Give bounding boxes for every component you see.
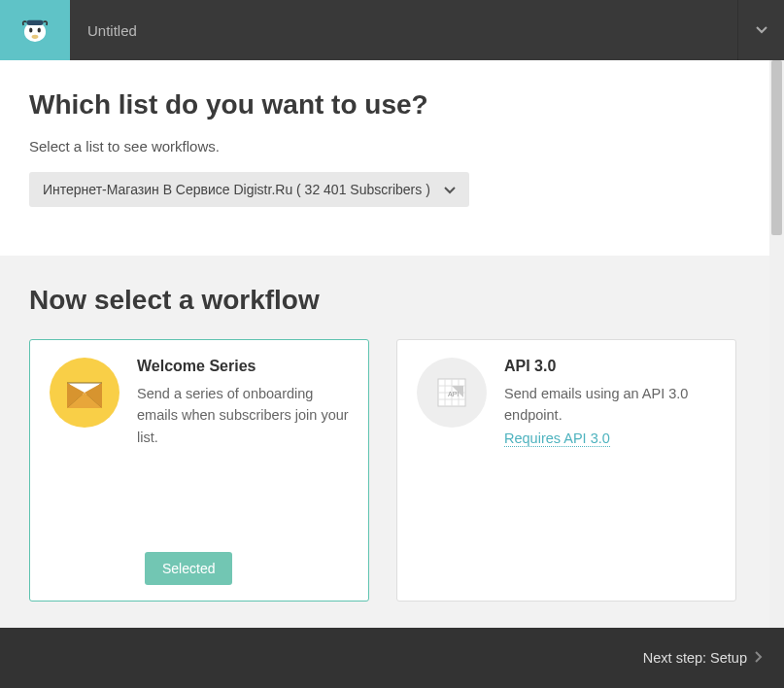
list-dropdown-label: Интернет-Магазин В Сервисе Digistr.Ru ( …: [43, 182, 430, 197]
mailchimp-icon: [18, 14, 51, 47]
next-step-button[interactable]: Next step: Setup: [643, 650, 763, 666]
card-title: API 3.0: [504, 358, 716, 375]
workflow-cards: Welcome Series Send a series of onboardi…: [29, 339, 755, 602]
page-subtext: Select a list to see workflows.: [29, 138, 755, 155]
scrollbar-thumb[interactable]: [771, 60, 782, 235]
svg-point-2: [38, 27, 41, 32]
card-title: Welcome Series: [137, 358, 349, 375]
svg-point-4: [32, 35, 39, 39]
workflow-card-welcome-series[interactable]: Welcome Series Send a series of onboardi…: [29, 339, 369, 602]
scrollbar-track[interactable]: [769, 60, 784, 630]
mailchimp-logo[interactable]: [0, 0, 70, 60]
page-heading: Which list do you want to use?: [29, 89, 755, 120]
list-dropdown[interactable]: Интернет-Магазин В Сервисе Digistr.Ru ( …: [29, 172, 469, 207]
workflow-heading: Now select a workflow: [29, 285, 755, 316]
svg-rect-3: [27, 20, 44, 25]
svg-text:API: API: [448, 391, 459, 397]
footer-bar: Next step: Setup: [0, 628, 784, 688]
requires-api-link[interactable]: Requires API 3.0: [504, 430, 610, 447]
chevron-down-icon: [756, 26, 767, 34]
svg-point-1: [29, 27, 32, 32]
chevron-right-icon: [755, 650, 763, 666]
card-description: Send a series of onboarding emails when …: [137, 383, 349, 448]
workflow-selection-section: Now select a workflow Welcome Series: [0, 256, 784, 631]
list-selection-section: Which list do you want to use? Select a …: [0, 60, 784, 256]
welcome-series-icon: [50, 358, 119, 431]
api-icon: API: [417, 358, 487, 431]
card-description: Send emails using an API 3.0 endpoint.: [504, 383, 716, 427]
selected-button[interactable]: Selected: [145, 552, 232, 585]
next-step-label: Next step: Setup: [643, 650, 747, 666]
campaign-title[interactable]: Untitled: [70, 0, 737, 60]
top-bar: Untitled: [0, 0, 784, 60]
chevron-down-icon: [444, 182, 456, 197]
topbar-menu-button[interactable]: [737, 0, 784, 60]
workflow-card-api[interactable]: API API 3.0 Send emails using an API 3.0…: [396, 339, 736, 602]
